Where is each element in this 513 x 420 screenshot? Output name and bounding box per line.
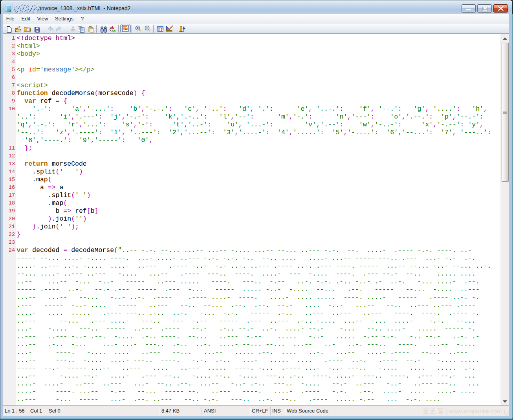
svg-text:ac: ac: [112, 29, 116, 33]
svg-text:( www.anquanke.com ): ( www.anquanke.com ): [445, 408, 506, 415]
